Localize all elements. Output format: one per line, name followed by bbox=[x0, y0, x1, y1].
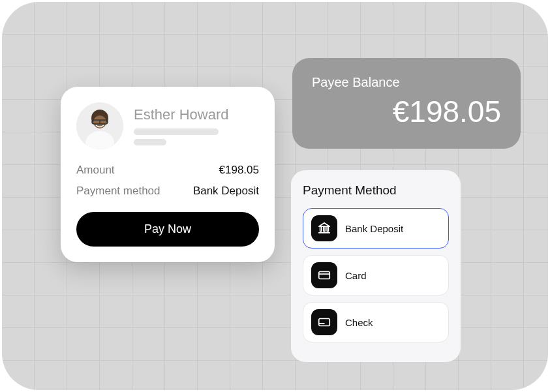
pay-now-button[interactable]: Pay Now bbox=[76, 212, 259, 247]
avatar bbox=[76, 102, 123, 149]
method-option-bank-deposit[interactable]: Bank Deposit bbox=[303, 208, 449, 249]
method-label: Card bbox=[345, 270, 367, 281]
svg-rect-7 bbox=[324, 226, 325, 231]
skeleton-line bbox=[134, 128, 219, 135]
svg-rect-8 bbox=[327, 226, 328, 231]
method-value: Bank Deposit bbox=[193, 185, 259, 198]
card-icon bbox=[311, 262, 337, 288]
balance-card: Payee Balance €198.05 bbox=[292, 58, 521, 149]
method-label: Bank Deposit bbox=[345, 223, 403, 234]
payment-method-title: Payment Method bbox=[303, 183, 449, 198]
method-row: Payment method Bank Deposit bbox=[76, 185, 259, 198]
app-canvas: Esther Howard Amount €198.05 Payment met… bbox=[2, 2, 548, 390]
svg-rect-10 bbox=[319, 272, 330, 279]
check-icon bbox=[311, 309, 337, 335]
amount-label: Amount bbox=[76, 164, 115, 177]
amount-row: Amount €198.05 bbox=[76, 164, 259, 177]
balance-value: €198.05 bbox=[312, 94, 501, 129]
method-label: Check bbox=[345, 317, 373, 328]
amount-value: €198.05 bbox=[219, 164, 259, 177]
skeleton-line bbox=[134, 139, 166, 145]
method-option-card[interactable]: Card bbox=[303, 255, 449, 295]
balance-label: Payee Balance bbox=[312, 75, 501, 90]
payee-header: Esther Howard bbox=[76, 102, 259, 149]
svg-rect-6 bbox=[320, 226, 322, 231]
payee-name: Esther Howard bbox=[134, 106, 259, 123]
method-option-check[interactable]: Check bbox=[303, 302, 449, 342]
skeleton bbox=[134, 128, 259, 145]
svg-rect-12 bbox=[319, 319, 330, 326]
payee-card: Esther Howard Amount €198.05 Payment met… bbox=[61, 87, 275, 262]
method-label: Payment method bbox=[76, 185, 160, 198]
bank-icon bbox=[311, 215, 337, 241]
payment-method-card: Payment Method Bank Deposit Ca bbox=[291, 170, 461, 362]
payee-info: Esther Howard bbox=[134, 106, 259, 145]
